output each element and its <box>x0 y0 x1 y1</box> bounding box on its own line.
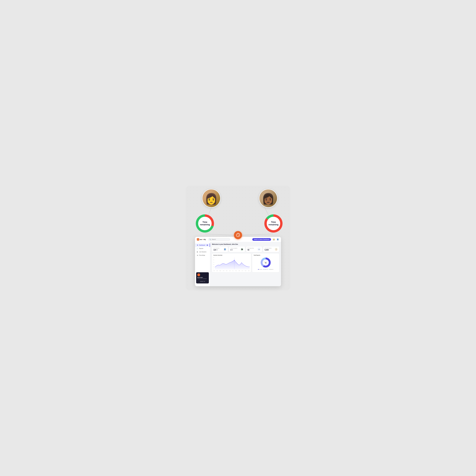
stat-value-recordings: 50 <box>248 249 254 251</box>
stat-label-sessions: Sessions Captured <box>230 248 237 249</box>
switch-admin-button[interactable]: Switch to Admin Dashboard <box>252 238 271 241</box>
svg-rect-10 <box>238 233 238 233</box>
stat-value-sessions: 4 + <box>230 249 237 251</box>
sidebar-item-reports[interactable]: 📄 Reports <box>195 247 210 250</box>
donut-right: Time remaining <box>264 214 283 233</box>
avatar-right-image <box>259 189 277 207</box>
stat-value-gen-reports: 5,600 <box>265 249 272 251</box>
total-reports-donut: Total Reports 75 <box>260 257 272 268</box>
avatar-right <box>259 189 277 207</box>
sidebar: ⊞ Dashboard 8 📄 Reports ▶ Live Sessions … <box>195 242 210 286</box>
stat-info-users: Users Monitored 120 + <box>213 248 219 251</box>
legend-label-inactive: Inactive 741 <box>264 269 268 270</box>
sidebar-label-live-sessions: Live Sessions <box>199 251 206 253</box>
sidebar-item-recordings[interactable]: ⏮ Recordings <box>195 254 210 257</box>
help-title: Need help? <box>197 277 208 278</box>
total-reports-donut-wrap: Total Reports 75 Active 513 <box>254 257 278 270</box>
page-wrapper: Time remaining Time remaining X <box>186 186 290 290</box>
svg-text:0: 0 <box>213 269 214 269</box>
stat-card-sessions: Sessions Captured 4 + 🎥 <box>229 246 245 252</box>
legend-dot-offline <box>269 269 270 270</box>
logo-text: xec✓rify <box>200 238 206 240</box>
stopwatch-svg <box>236 233 240 237</box>
month-apr: APR <box>223 271 224 271</box>
stat-card-recordings: Recordings Made 50 ● <box>246 246 262 252</box>
sidebar-item-live-sessions[interactable]: ▶ Live Sessions <box>195 250 210 254</box>
help-icon: ❓ <box>197 273 200 276</box>
month-jun: JUN <box>229 271 231 271</box>
chart-months: JAN FEB MAR APR MAY JUN JUL AUG SEP OCT … <box>213 271 250 271</box>
stat-label-recordings: Recordings Made <box>248 248 254 249</box>
svg-text:5k: 5k <box>213 257 214 258</box>
svg-text:75: 75 <box>265 262 267 264</box>
sidebar-label-reports: Reports <box>199 248 203 249</box>
sidebar-nav: ⊞ Dashboard 8 📄 Reports ▶ Live Sessions … <box>195 243 210 272</box>
stat-card-reports: Generated Reports 5,600 📋 <box>263 246 279 252</box>
month-feb: FEB <box>216 271 218 271</box>
reports-icon: 📄 <box>197 248 198 249</box>
donut-right-label: Time remaining <box>269 221 278 226</box>
session-overview-card: Session Overview 5k 4k 3k 2k 1k 0 <box>212 254 251 272</box>
month-sep: SEP <box>238 271 240 271</box>
help-subtitle: Getting stuck somewhere! <box>197 278 208 279</box>
stat-info-recordings: Recordings Made 50 <box>248 248 254 251</box>
sidebar-item-dashboard[interactable]: ⊞ Dashboard 8 <box>195 243 210 247</box>
search-icon: 🔍 <box>209 239 211 240</box>
stat-info-sessions: Sessions Captured 4 + <box>230 248 237 251</box>
welcome-name: John Doe <box>232 243 238 245</box>
search-input[interactable] <box>212 239 229 240</box>
dashboard-icon: ⊞ <box>197 244 198 246</box>
donut-left: Time remaining <box>195 214 215 233</box>
search-box[interactable]: 🔍 <box>208 238 230 241</box>
donut-left-label: Time remaining <box>200 221 210 226</box>
logo: X xec✓rify <box>197 238 206 240</box>
stat-info-gen-reports: Generated Reports 5,600 <box>265 248 272 251</box>
sidebar-label-recordings: Recordings <box>199 255 205 256</box>
stat-icon-users: 👤 <box>223 248 226 251</box>
month-jul: JUL <box>232 271 234 271</box>
report-legend: Active 513 Inactive 741 Offline 121 <box>258 269 273 270</box>
nav-icons: 🔔 👤 <box>272 238 279 241</box>
line-chart-svg: 5k 4k 3k 2k 1k 0 <box>213 257 250 270</box>
legend-dot-inactive <box>263 269 264 270</box>
stopwatch-icon <box>234 231 242 239</box>
logo-icon: X <box>197 238 199 240</box>
charts-row: Session Overview 5k 4k 3k 2k 1k 0 <box>212 254 279 272</box>
month-jan: JAN <box>213 271 215 271</box>
user-icon[interactable]: 👤 <box>276 238 279 241</box>
avatar-left-image <box>203 189 220 207</box>
dash-body: ⊞ Dashboard 8 📄 Reports ▶ Live Sessions … <box>195 242 281 286</box>
stat-card-users: Users Monitored 120 + 👤 <box>212 246 228 252</box>
total-reports-card: Total Reports <box>252 254 279 272</box>
svg-text:3k: 3k <box>213 262 214 263</box>
total-reports-title: Total Reports <box>254 255 278 256</box>
contact-us-button[interactable]: CONTACT US <box>197 281 208 282</box>
main-content: Welcome to your Dashboard, John Doe User… <box>210 242 281 286</box>
svg-point-19 <box>234 260 235 261</box>
dashboard-badge: 8 <box>207 245 208 246</box>
month-may: MAY <box>226 271 228 271</box>
bell-icon[interactable]: 🔔 <box>272 238 275 241</box>
legend-inactive: Inactive 741 <box>263 269 268 270</box>
svg-line-3 <box>243 234 273 235</box>
month-oct: OCT <box>242 271 243 271</box>
stats-row: Users Monitored 120 + 👤 Sessions Capture… <box>212 246 279 252</box>
stat-icon-gen-reports: 📋 <box>274 248 278 251</box>
stat-label-gen-reports: Generated Reports <box>265 248 272 249</box>
dashboard-card: X xec✓rify 🔍 Switch to Admin Dashboard 🔔… <box>195 237 281 286</box>
stat-value-users: 120 + <box>213 249 219 251</box>
session-overview-title: Session Overview <box>213 255 250 256</box>
legend-active: Active 513 <box>258 269 262 270</box>
stat-icon-sessions: 🎥 <box>240 248 244 251</box>
avatar-left <box>202 189 221 207</box>
help-box: ❓ Need help? Getting stuck somewhere! CO… <box>196 272 209 283</box>
legend-offline: Offline 121 <box>269 269 273 270</box>
month-nov: NOV <box>245 271 246 271</box>
svg-line-2 <box>205 234 233 235</box>
svg-text:4k: 4k <box>213 259 214 260</box>
month-aug: AUG <box>235 271 237 271</box>
svg-text:2k: 2k <box>213 264 214 265</box>
legend-label-active: Active 513 <box>259 269 262 270</box>
legend-dot-active <box>258 269 259 270</box>
recordings-icon: ⏮ <box>197 255 198 256</box>
